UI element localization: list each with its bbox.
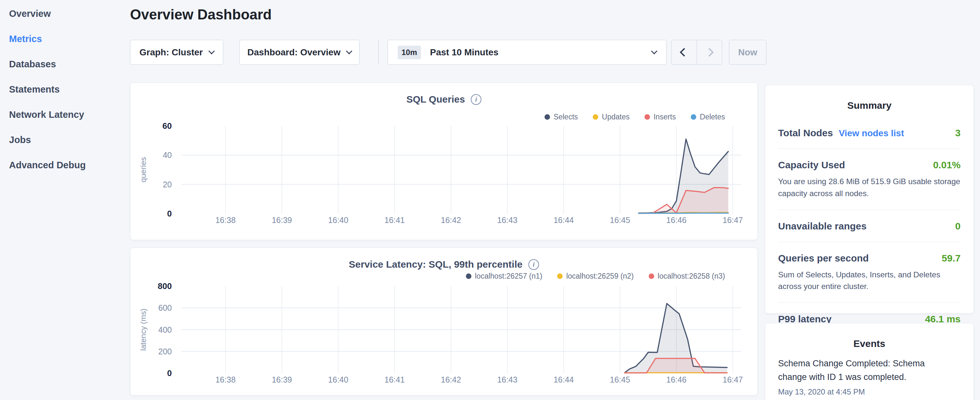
svg-text:latency (ms): latency (ms)	[139, 308, 148, 351]
sidebar-item-overview[interactable]: Overview	[9, 8, 130, 19]
summary-value: 3	[955, 127, 961, 139]
svg-text:16:43: 16:43	[497, 375, 518, 384]
svg-text:40: 40	[163, 150, 172, 159]
legend-item: localhost:26258 (n3)	[649, 272, 725, 280]
graph-scope-dropdown-label: Graph: Cluster	[140, 47, 203, 57]
event-item[interactable]: Schema Change Completed: Schema change w…	[778, 357, 961, 397]
now-button[interactable]: Now	[729, 40, 767, 65]
chart-title: SQL Queries	[406, 94, 465, 105]
info-icon[interactable]: i	[528, 259, 539, 270]
time-step-forward-button[interactable]	[697, 40, 722, 64]
svg-text:16:46: 16:46	[666, 375, 687, 384]
legend-item: localhost:26259 (n2)	[557, 272, 633, 280]
svg-text:16:41: 16:41	[384, 215, 405, 225]
legend-label: Deletes	[700, 113, 725, 121]
legend-item: Updates	[593, 113, 630, 121]
sidebar-item-metrics[interactable]: Metrics	[9, 33, 130, 44]
svg-text:16:41: 16:41	[384, 375, 405, 384]
summary-description: Sum of Selects, Updates, Inserts, and De…	[778, 269, 961, 293]
legend-label: localhost:26257 (n1)	[475, 272, 542, 280]
legend-dot-icon	[544, 114, 550, 120]
legend-item: localhost:26257 (n1)	[466, 272, 542, 280]
summary-value: 59.7	[942, 253, 961, 264]
summary-value: 0	[955, 221, 961, 232]
legend-dot-icon	[466, 274, 471, 279]
dashboard-dropdown[interactable]: Dashboard: Overview	[239, 40, 360, 65]
events-heading: Events	[778, 338, 961, 349]
chart-legend: localhost:26257 (n1)localhost:26259 (n2)…	[466, 272, 725, 280]
controls-divider	[378, 40, 379, 65]
legend-label: Updates	[602, 113, 630, 121]
svg-text:16:38: 16:38	[215, 375, 236, 384]
legend-dot-icon	[649, 274, 654, 279]
chevron-left-icon	[680, 48, 689, 57]
sidebar-item-statements[interactable]: Statements	[9, 84, 130, 95]
summary-description: You are using 28.6 MiB of 515.9 GiB usab…	[778, 176, 961, 200]
svg-text:16:44: 16:44	[554, 375, 574, 384]
svg-text:16:47: 16:47	[723, 375, 743, 384]
sql-queries-plot[interactable]: 16:3816:3916:4016:4116:4216:4316:4416:45…	[130, 83, 757, 240]
legend-item: Deletes	[691, 113, 725, 121]
event-text: Schema Change Completed: Schema change w…	[778, 357, 935, 384]
event-timestamp: May 13, 2020 at 4:45 PM	[778, 387, 961, 397]
chevron-down-icon	[346, 48, 353, 54]
legend-dot-icon	[557, 274, 563, 279]
chevron-right-icon	[705, 48, 714, 57]
svg-text:queries: queries	[139, 157, 148, 183]
svg-text:16:43: 16:43	[497, 215, 518, 225]
legend-dot-icon	[593, 114, 598, 120]
svg-text:16:45: 16:45	[610, 215, 630, 225]
svg-text:16:40: 16:40	[328, 375, 348, 384]
time-step-back-button[interactable]	[672, 40, 697, 64]
svg-text:16:47: 16:47	[723, 215, 743, 225]
legend-label: Inserts	[654, 113, 676, 121]
sidebar-item-databases[interactable]: Databases	[9, 59, 130, 70]
sidebar: Overview Metrics Databases Statements Ne…	[0, 0, 130, 400]
sidebar-item-jobs[interactable]: Jobs	[9, 135, 130, 145]
svg-text:16:42: 16:42	[441, 375, 461, 384]
svg-text:20: 20	[163, 180, 172, 189]
chart-legend: SelectsUpdatesInsertsDeletes	[544, 113, 725, 121]
svg-text:0: 0	[167, 209, 172, 218]
summary-label: Total Nodes	[778, 127, 833, 139]
svg-text:400: 400	[158, 325, 172, 334]
chevron-down-icon	[651, 48, 657, 54]
service-latency-plot[interactable]: 16:3816:3916:4016:4116:4216:4316:4416:45…	[130, 248, 757, 395]
summary-row: Total NodesView nodes list3	[778, 117, 961, 149]
svg-text:16:40: 16:40	[328, 215, 348, 225]
legend-label: Selects	[554, 113, 578, 121]
svg-text:200: 200	[158, 347, 172, 356]
svg-text:16:38: 16:38	[215, 215, 236, 225]
sidebar-item-advanced-debug[interactable]: Advanced Debug	[9, 160, 130, 171]
graph-scope-dropdown[interactable]: Graph: Cluster	[130, 40, 223, 65]
time-step-buttons	[671, 40, 722, 65]
svg-text:16:39: 16:39	[272, 215, 292, 225]
time-range-label: Past 10 Minutes	[430, 47, 499, 57]
chevron-down-icon	[208, 48, 215, 54]
time-range-picker[interactable]: 10m Past 10 Minutes	[388, 40, 667, 65]
events-panel: Events Schema Change Completed: Schema c…	[765, 323, 974, 400]
sql-queries-chart-card: 16:3816:3916:4016:4116:4216:4316:4416:45…	[130, 83, 758, 240]
sidebar-item-network-latency[interactable]: Network Latency	[9, 109, 130, 120]
summary-heading: Summary	[778, 100, 961, 111]
dashboard-dropdown-label: Dashboard: Overview	[248, 47, 341, 57]
svg-text:60: 60	[162, 121, 172, 131]
legend-dot-icon	[644, 114, 650, 120]
summary-label: Capacity Used	[778, 159, 845, 171]
view-nodes-link[interactable]: View nodes list	[838, 128, 904, 139]
svg-text:16:45: 16:45	[610, 375, 630, 384]
svg-text:600: 600	[158, 303, 172, 312]
legend-item: Inserts	[644, 113, 676, 121]
summary-row: Unavailable ranges0	[778, 210, 961, 242]
time-range-badge: 10m	[398, 46, 421, 59]
svg-text:0: 0	[167, 368, 172, 378]
svg-text:16:39: 16:39	[272, 375, 292, 384]
svg-text:800: 800	[158, 281, 172, 291]
summary-label: Unavailable ranges	[778, 221, 866, 232]
page-title: Overview Dashboard	[130, 6, 272, 23]
info-icon[interactable]: i	[471, 94, 481, 105]
summary-value: 0.01%	[933, 159, 961, 171]
summary-label: Queries per second	[778, 253, 869, 264]
legend-label: localhost:26259 (n2)	[566, 272, 633, 280]
legend-dot-icon	[691, 114, 696, 120]
